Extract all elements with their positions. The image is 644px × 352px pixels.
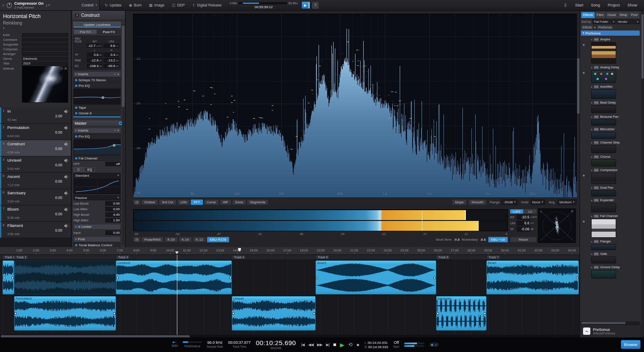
fx-item-ampire[interactable]: ★▸FXAmpire [580,37,644,64]
go-to-start-button[interactable]: |◀ [301,343,304,347]
loop-button[interactable]: ⟲ [348,342,352,348]
clip-tab[interactable]: Track 4 [232,255,246,260]
action-image[interactable]: ▦Image [146,0,168,10]
eq-section-button[interactable]: EQ [85,167,95,172]
loop-range-readout[interactable]: L00:14:24.531 R00:14:39.933 [365,341,388,349]
history-icon[interactable]: ◷ [133,199,140,205]
fx-item-gate[interactable]: ▸FXGate [580,251,644,263]
unit-tab-lufs[interactable]: LUFS [510,209,523,214]
speaker-icon[interactable] [64,158,69,163]
speaker-icon[interactable] [64,223,69,228]
clip-handle[interactable] [113,312,115,315]
fx-item-header[interactable]: ▸FXAmpire [591,37,644,42]
fx-thumbnail[interactable] [591,42,616,64]
clip-handle[interactable] [313,312,315,315]
power-icon[interactable] [75,244,77,246]
chevron-down-icon[interactable]: ▾ [117,73,119,76]
speaker-icon[interactable] [64,142,69,147]
fx-item-flanger[interactable]: ▸FXFlanger [580,239,644,250]
audio-clip[interactable]: Ascent [316,260,436,294]
power-icon[interactable] [78,226,80,228]
star-icon[interactable]: ★ [582,174,585,178]
speaker-icon[interactable] [64,125,69,130]
param-value[interactable]: 0.00 [105,230,121,235]
rewind-button[interactable]: ◀◀ [308,343,313,347]
unit-tab-lu[interactable]: LU [524,209,537,214]
insert-slot[interactable]: Tape [73,105,121,110]
mode-peak-rms[interactable]: Peak/RMS [141,237,164,242]
insert-slot[interactable]: Ozone 8 [73,110,121,116]
fx-item-fat-channel[interactable]: ★▸FXFat Channel [580,214,644,238]
audio-clip[interactable] [3,260,14,294]
insert-slot[interactable]: Scheps 73 Stereo [73,77,121,83]
clip-handle[interactable] [15,312,17,315]
clip-tab[interactable]: Track 3 [116,255,130,260]
eq-mini-display[interactable] [73,139,121,155]
sort-dropdown-vendor[interactable]: Vendor▾ [617,19,640,24]
monitor-toggle[interactable] [429,343,439,347]
param-value[interactable]: 4.40 [105,212,121,217]
page-button-show[interactable]: Show [627,3,637,7]
go-to-end-button[interactable]: ▶| [326,343,329,347]
fx-item-compressor[interactable]: ★▸FXCompressor [580,168,644,184]
clip-ghost[interactable] [14,260,116,294]
fx-thumbnail[interactable] [591,145,616,153]
star-icon[interactable]: ★ [582,220,585,223]
action-burn[interactable]: ◉Burn [125,0,146,10]
spectrum-display[interactable]: -12-24-36-48501002005001 k2 k5 k10 k [133,14,577,197]
insert-slot[interactable]: Pro EQ [73,134,121,139]
fx-item-header[interactable]: ▸FXBeat Delay [591,100,644,105]
fx-item-header[interactable]: ▸FXFat Channel [591,214,644,218]
param-value[interactable]: 0.00 [105,207,121,211]
param-value[interactable]: 1.50 [105,218,121,223]
fx-item-chorus[interactable]: ▸FXChorus [580,154,644,166]
fx-item-header[interactable]: ▸FXAnalog Delay [591,65,644,70]
clip-handle[interactable] [576,277,578,279]
ebu-range-chip[interactable]: EBU +18 [488,237,508,242]
speaker-icon[interactable] [64,207,69,212]
view-button-3rd-oct[interactable]: 3rd Oct [159,199,176,205]
track-gain-value[interactable]: 0.00 [55,212,62,216]
track-row[interactable]: 8Filament3:50 min0.00 [0,222,71,238]
view-button-segments[interactable]: Segments [247,199,268,205]
track-row[interactable]: 2Permutation6:04 min0.00 [0,124,71,140]
fx-item-groove-delay[interactable]: ▸FXGroove Delay [580,265,644,279]
view-button-wf[interactable]: WF [220,199,231,205]
view-button-octave[interactable]: Octave [141,199,158,205]
track-row[interactable]: 4Unravel5:00 min0.00 [0,156,71,173]
track-gain-value[interactable]: 0.00 [55,179,62,184]
clip-handle[interactable] [437,312,439,315]
fx-item-header[interactable]: ▸FXCompressor [591,168,644,172]
track-gain-value[interactable]: 0.00 [55,196,62,200]
mode-ebu-r128[interactable]: EBU R128 [207,237,229,242]
mode-k-20[interactable]: K-20 [164,237,178,242]
hpf-value[interactable]: off [105,162,121,166]
dropdown-none[interactable]: None▾ [530,199,546,205]
power-icon[interactable] [75,85,77,87]
meta-field-input[interactable] [22,47,68,51]
fx-item-autofilter[interactable]: ▸FXAutofilter [580,84,644,99]
collapse-icon[interactable]: ▾ [3,27,68,30]
history-icon[interactable]: ◷ [133,237,140,242]
view-button-fft[interactable]: FFT [191,199,203,205]
fx-thumbnail[interactable] [591,219,616,238]
fx-item-header[interactable]: ▸FXGroove Delay [591,265,644,269]
power-icon[interactable] [75,79,77,81]
param-value[interactable]: 0.00 [105,201,121,206]
folder-presonus[interactable]: ▾ PreSonus [581,31,640,36]
eq-style-dropdown[interactable]: Passive▾ [73,195,121,200]
fx-item-header[interactable]: ▸FXDual Pan [591,185,644,190]
view-button-curve[interactable]: Curve [204,199,219,205]
tab-pre-fx[interactable]: Pre FX [73,29,97,34]
control-link-panel[interactable]: ≡ Compressor On 2-FatChannel 1 ▾ Control… [0,0,100,10]
page-button-project[interactable]: Project [608,3,620,7]
track-row[interactable]: 6Sanctuary3:00 min0.00 [0,189,71,205]
fx-thumbnail[interactable] [591,190,616,196]
audio-clip[interactable]: Unravel [232,296,316,331]
insert-slot[interactable]: Pro EQ [73,83,121,88]
browser-tab-cloud[interactable]: Cloud [606,12,618,18]
inserts-header[interactable]: ▾ Inserts +▾ [73,71,121,77]
breadcrumb-item-effects[interactable]: Effects [581,25,593,29]
speaker-icon[interactable] [64,191,69,196]
power-icon[interactable] [75,157,77,159]
